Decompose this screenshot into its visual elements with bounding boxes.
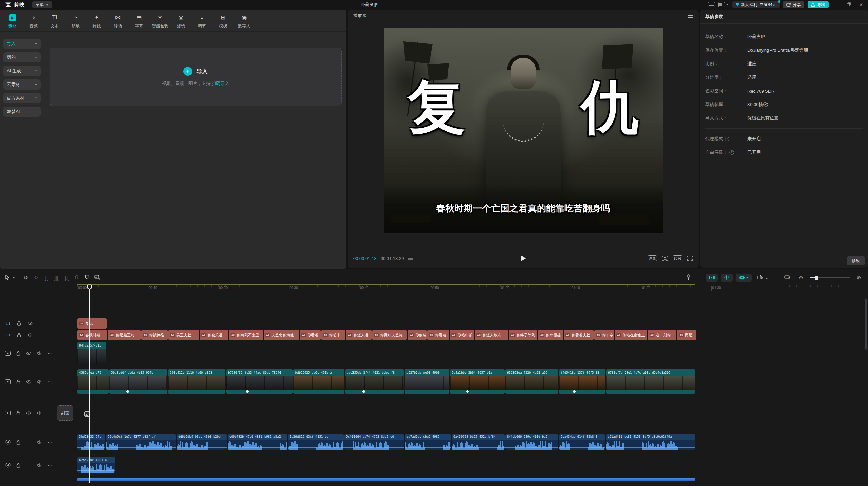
lock-icon[interactable] <box>13 440 24 445</box>
text-clip[interactable]: A≡你暗中 <box>321 330 345 340</box>
more-options-icon[interactable]: ⋯ <box>44 351 55 356</box>
text-clip[interactable]: A≡春秋时期一 <box>77 330 107 340</box>
text-clip[interactable]: A≡你暗中派 <box>450 330 474 340</box>
keyframe-icon[interactable] <box>466 390 469 393</box>
tab-audio[interactable]: ♪音频 <box>23 12 44 31</box>
text-clip[interactable]: A≡你是越王勾 <box>108 330 141 340</box>
quality-button[interactable]: 原画 <box>648 255 657 261</box>
text-clip[interactable]: A≡你看着夫差 <box>564 330 594 340</box>
text-clip[interactable]: A≡你得知夫差沉 <box>372 330 407 340</box>
more-options-icon[interactable]: ⋯ <box>45 440 55 445</box>
text-clip[interactable]: A≡你派人潜 <box>346 330 372 340</box>
category-我的[interactable]: 我的 <box>3 52 41 62</box>
layout-chevron-icon[interactable] <box>726 4 728 5</box>
tab-text[interactable]: TI文本 <box>44 12 65 31</box>
workspace-layout-icon[interactable] <box>718 2 725 7</box>
audio-clip[interactable]: 95c4e9cf-1e7e-4377-b82f-af <box>106 434 176 450</box>
split-button[interactable]: ][ <box>41 275 51 281</box>
timeline-zoom-slider[interactable] <box>810 277 850 278</box>
lock-icon[interactable] <box>13 351 24 356</box>
scan-import-link[interactable]: 扫码导入 <box>212 81 229 86</box>
share-button[interactable]: 分享 <box>783 1 804 8</box>
speaker-icon[interactable] <box>34 463 45 467</box>
fullscreen-icon[interactable] <box>687 255 693 261</box>
category-AI 生成[interactable]: AI 生成 <box>3 66 41 76</box>
text-clip[interactable]: A≡你看着 <box>427 330 449 340</box>
close-button[interactable]: ✕ <box>856 2 865 7</box>
eye-icon[interactable] <box>24 411 34 415</box>
tab-smart-pack[interactable]: ✶智能包装 <box>149 12 170 31</box>
trim-right-button[interactable]: ]:[ <box>61 275 72 281</box>
text-clip[interactable]: A≡这一刻你 <box>648 330 676 340</box>
video-clip[interactable]: 9b4a1bbb-2b04-4657-b0a <box>450 369 505 394</box>
cursor-split-tool[interactable] <box>755 275 770 281</box>
audio-clip[interactable]: 844cb060-689c-400d-ba2 <box>505 434 558 450</box>
video-clip[interactable]: 6781cf7d-68e1-4a7c-a03c-d5b4d3a309 <box>606 369 695 394</box>
more-options-icon[interactable]: ⋯ <box>44 411 55 415</box>
partial-clip[interactable] <box>77 478 695 481</box>
timeline-preview-icon[interactable] <box>782 275 793 281</box>
audio-clip[interactable]: 5c401064-da74-4793-8de5-e0 <box>344 434 404 450</box>
zoom-out-button[interactable]: ⊖ <box>796 275 806 281</box>
text-clip[interactable]: A≡你率领越 <box>538 330 563 340</box>
undo-button[interactable]: ↺ <box>21 275 31 281</box>
text-clip[interactable]: A≡你闻到石室里 <box>229 330 263 340</box>
text-clip[interactable]: A≡吴王夫差 <box>168 330 199 340</box>
eye-icon[interactable] <box>24 333 35 337</box>
linkage-toggle[interactable] <box>736 274 752 282</box>
audio-clip[interactable]: cd7ad6dc-cbe5-4982 <box>405 434 451 450</box>
modify-button[interactable]: 修改 <box>847 256 865 265</box>
timeline-vertical-scrollbar[interactable] <box>865 299 867 350</box>
export-button[interactable]: 导出 <box>808 1 829 8</box>
record-voiceover-icon[interactable] <box>683 274 693 281</box>
auto-snap-toggle[interactable] <box>706 274 718 282</box>
playhead-handle[interactable] <box>87 284 92 290</box>
category-云素材[interactable]: 云素材 <box>3 79 41 90</box>
play-button[interactable] <box>521 255 526 261</box>
eye-icon[interactable] <box>24 322 35 325</box>
tab-media[interactable]: ▶素材 <box>2 12 23 31</box>
frame-list-icon[interactable] <box>408 257 413 260</box>
more-options-icon[interactable]: ⋯ <box>44 379 55 384</box>
preview-axis-toggle[interactable] <box>721 274 733 282</box>
tab-effects[interactable]: ✦特效 <box>86 12 107 31</box>
video-preview[interactable]: 复 仇 春秋时期一个亡国之君真的能靠吃苦翻身吗 <box>384 28 663 233</box>
tab-captions[interactable]: ▤字幕 <box>128 12 149 31</box>
video-clip[interactable]: 635393ea-7220-4a23-a99 <box>505 369 558 394</box>
import-plus-icon[interactable]: + <box>183 67 192 76</box>
timeline-ruler[interactable]: 00:0000:1000:2000:3000:4000:5001:0001:10… <box>55 285 868 293</box>
speaker-icon[interactable] <box>34 351 44 355</box>
keyframe-icon[interactable] <box>246 390 249 393</box>
tab-adjust[interactable]: ◒调节 <box>192 12 213 31</box>
zoom-in-button[interactable]: ⊕ <box>854 275 864 281</box>
audio-clip[interactable]: 2ba434ae-614f-42b8-8 <box>559 434 605 450</box>
tab-transition[interactable]: ⋈转场 <box>107 12 128 31</box>
video-clip[interactable]: a527b6ab-ee98-4900 <box>405 369 449 394</box>
minimize-button[interactable]: – <box>832 2 841 7</box>
text-clip[interactable]: A≡你被押往 <box>141 330 168 340</box>
speaker-icon[interactable] <box>34 380 44 384</box>
restore-button[interactable] <box>844 2 853 7</box>
audio-clip[interactable]: 1a26d822-03cf-4151-bc <box>288 434 344 450</box>
tab-sticker[interactable]: ◔贴纸 <box>65 12 86 31</box>
video-clip[interactable]: 298c412b-1110-4a60-b353 <box>168 369 225 394</box>
player-menu-icon[interactable] <box>688 14 693 18</box>
category-官方素材[interactable]: 官方素材 <box>3 93 41 103</box>
video-clip[interactable]: 50e8ed0f-ab0a-4b35-997b- <box>109 369 167 394</box>
video-clip[interactable]: f4d5418e-137f-49f5-83 <box>559 369 605 394</box>
lock-icon[interactable] <box>13 411 24 415</box>
category-导入[interactable]: 导入 <box>3 39 41 49</box>
text-clip[interactable]: A≡你站在废墟上 <box>615 330 647 340</box>
speaker-icon[interactable] <box>34 411 44 415</box>
playhead-line[interactable] <box>89 285 90 483</box>
preview-zoom-icon[interactable] <box>662 255 668 261</box>
menu-button[interactable]: 菜单 <box>32 1 52 8</box>
audio-clip[interactable]: 62a5250e-4381-4 <box>77 457 115 473</box>
tab-digital-human[interactable]: ◉数字人 <box>234 12 255 31</box>
more-options-icon[interactable]: ⋯ <box>45 463 55 468</box>
video-clip[interactable]: b7286f32-fe33-4fac-86db-78540 <box>226 369 293 394</box>
redo-button[interactable]: ↻ <box>31 275 41 281</box>
subtitle-clear-button[interactable] <box>92 275 102 281</box>
text-clip[interactable]: A≡复仇 <box>77 318 107 329</box>
text-clip[interactable]: A≡你下令 <box>594 330 614 340</box>
